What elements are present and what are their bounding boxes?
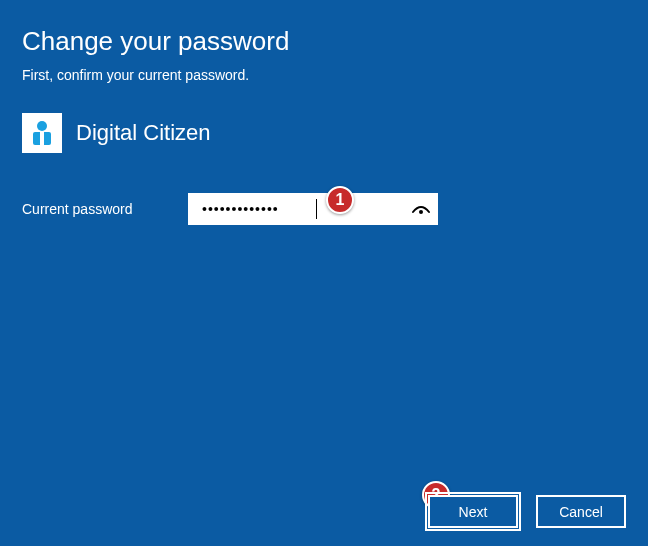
- page-subtitle: First, confirm your current password.: [22, 67, 626, 83]
- user-avatar: [22, 113, 62, 153]
- current-password-input[interactable]: [188, 193, 404, 225]
- password-reveal-button[interactable]: [404, 193, 438, 225]
- page-title: Change your password: [22, 26, 626, 57]
- svg-point-3: [419, 210, 423, 214]
- password-reveal-icon: [411, 202, 431, 216]
- user-name: Digital Citizen: [76, 120, 211, 146]
- svg-point-0: [37, 121, 47, 131]
- button-bar: Next Cancel: [428, 495, 626, 528]
- current-password-row: Current password: [22, 193, 626, 225]
- current-password-label: Current password: [22, 201, 188, 217]
- password-input-wrap: [188, 193, 438, 225]
- user-row: Digital Citizen: [22, 113, 626, 153]
- text-caret: [316, 199, 317, 219]
- svg-rect-2: [40, 132, 44, 145]
- next-button[interactable]: Next: [428, 495, 518, 528]
- person-icon: [27, 118, 57, 148]
- cancel-button[interactable]: Cancel: [536, 495, 626, 528]
